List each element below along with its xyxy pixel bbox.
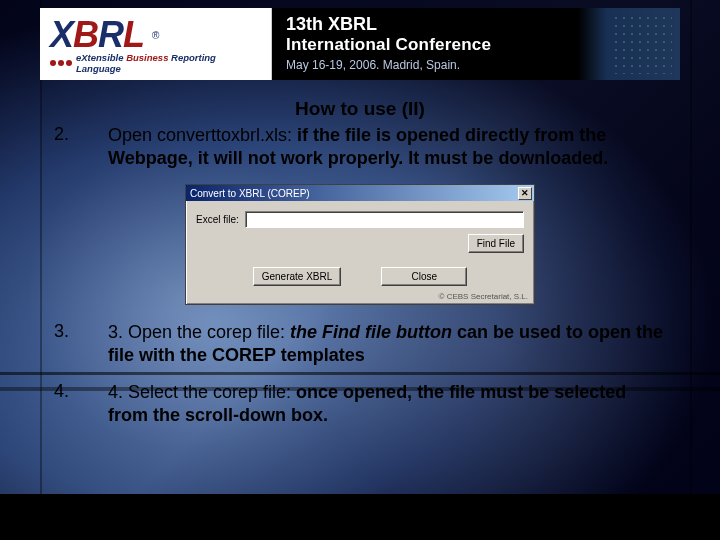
item-text: 4. Select the corep file: once opened, t…: [108, 381, 666, 427]
header: XBRL ® eXtensible Business Reporting Lan…: [40, 8, 680, 80]
slide-title: How to use (II): [54, 98, 666, 120]
generate-xbrl-button[interactable]: Generate XBRL: [253, 267, 342, 286]
logo-dots-icon: [50, 60, 72, 66]
logo-letter-l: L: [123, 14, 144, 55]
item-number: 4.: [54, 381, 84, 427]
item-text: Open converttoxbrl.xls: if the file is o…: [108, 124, 666, 170]
banner-dots-icon: [612, 14, 672, 74]
dialog-screenshot: Convert to XBRL (COREP) ✕ Excel file: Fi…: [54, 184, 666, 305]
close-button[interactable]: Close: [381, 267, 467, 286]
item-text-plain: 3. Open the corep file:: [108, 322, 290, 342]
xbrl-logo: XBRL ® eXtensible Business Reporting Lan…: [40, 8, 272, 80]
tagline-part: Business: [126, 52, 171, 63]
registered-mark: ®: [152, 30, 159, 41]
list-item: 4. 4. Select the corep file: once opened…: [54, 381, 666, 427]
footer-strip: [0, 494, 720, 540]
conference-title-1: 13th XBRL: [286, 14, 666, 35]
conference-title-2: International Conference: [286, 35, 666, 55]
item-text-plain: 4. Select the corep file:: [108, 382, 296, 402]
list-item: 2. Open converttoxbrl.xls: if the file i…: [54, 124, 666, 170]
item-number: 2.: [54, 124, 84, 170]
find-file-button[interactable]: Find File: [468, 234, 524, 253]
decorative-bar: [690, 0, 692, 540]
logo-text: XBRL: [50, 14, 144, 56]
slide-content: How to use (II) 2. Open converttoxbrl.xl…: [54, 98, 666, 441]
logo-tagline: eXtensible Business Reporting Language: [76, 52, 261, 74]
dialog-titlebar: Convert to XBRL (COREP) ✕: [186, 185, 534, 201]
excel-file-input[interactable]: [245, 211, 524, 228]
item-number: 3.: [54, 321, 84, 367]
convert-dialog: Convert to XBRL (COREP) ✕ Excel file: Fi…: [185, 184, 535, 305]
dialog-title: Convert to XBRL (COREP): [190, 188, 518, 199]
item-text: 3. Open the corep file: the Find file bu…: [108, 321, 666, 367]
decorative-bar: [40, 0, 42, 540]
excel-file-label: Excel file:: [196, 214, 239, 225]
conference-banner: 13th XBRL International Conference May 1…: [272, 8, 680, 80]
conference-date: May 16-19, 2006. Madrid, Spain.: [286, 58, 666, 72]
logo-letter-r: R: [98, 14, 123, 55]
logo-letter-b: B: [73, 14, 98, 55]
list-item: 3. 3. Open the corep file: the Find file…: [54, 321, 666, 367]
dialog-copyright: © CEBS Secretariat, S.L.: [186, 292, 534, 304]
close-icon[interactable]: ✕: [518, 187, 532, 200]
logo-letter-x: X: [50, 14, 73, 55]
item-text-italic: the Find file button: [290, 322, 452, 342]
tagline-part: eXtensible: [76, 52, 126, 63]
item-text-plain: Open converttoxbrl.xls:: [108, 125, 297, 145]
